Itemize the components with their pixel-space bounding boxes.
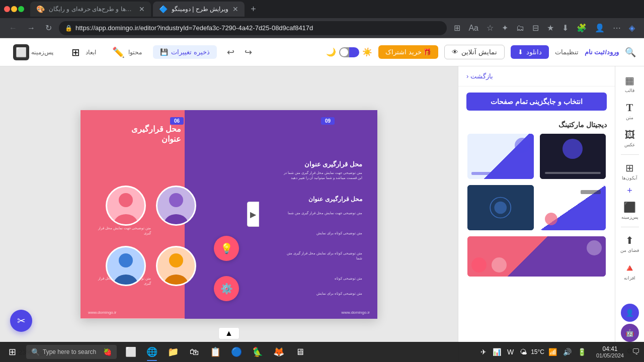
download-button[interactable]: ⬇ دانلود — [511, 45, 549, 59]
template-card-3[interactable] — [466, 184, 535, 231]
tab-templates[interactable]: 🎨 قالب‌ها و طرح‌های حرفه‌ای و رایگان ✕ — [30, 2, 151, 17]
telegram-tray-icon[interactable]: ✈ — [478, 347, 489, 357]
chrome-taskbar[interactable]: 🔵 — [226, 342, 247, 362]
reader-mode-icon[interactable]: Aa — [465, 22, 481, 35]
icon-sep-1 — [621, 154, 639, 155]
favorites-icon[interactable]: ☆ — [484, 21, 497, 35]
sidebar-item-text[interactable]: T متن — [617, 98, 643, 124]
network-icon[interactable]: 📶 — [546, 347, 559, 357]
template-card-4[interactable] — [539, 184, 607, 231]
templates-grid — [458, 133, 615, 286]
taskbar-search[interactable]: 🔍 Type here to search 🍓 — [26, 345, 117, 359]
weather-icon[interactable]: 🌤 — [518, 347, 529, 357]
collections-icon[interactable]: 🗂 — [513, 22, 527, 35]
address-input[interactable]: 🔒 https://app.domingo.ir/editor?industry… — [59, 21, 447, 35]
template-card-1[interactable] — [466, 133, 535, 180]
avatar-2 — [156, 186, 196, 226]
save-button[interactable]: 💾 ذخیره تغییرات — [153, 45, 217, 59]
preview-button[interactable]: 👁 نمایش آنلاین — [444, 45, 505, 59]
new-tab-button[interactable]: + — [247, 2, 260, 17]
excel-tray-icon[interactable]: 📊 — [491, 347, 503, 357]
content-icon: ✏️ — [110, 44, 126, 60]
favorites-bar-icon[interactable]: ★ — [544, 21, 557, 35]
canvas-tools: ⬜ پس‌زمینه ⊞ ابعاد ✏️ محتوا — [8, 41, 147, 63]
design-canvas[interactable]: 06 09 محل قرارگیریعنوان محل قرارگیری عنو… — [80, 110, 377, 319]
template-card-2[interactable] — [539, 133, 607, 180]
template-thumb-5 — [467, 236, 606, 277]
collapse-panel-arrow[interactable]: ▶ — [247, 202, 259, 227]
tab-editor[interactable]: 🔷 ویرایش طرح | دومینگو ✕ — [153, 2, 245, 17]
plugin-circle-1[interactable]: 👤 — [621, 304, 639, 322]
notepad-taskbar[interactable]: 📋 — [205, 342, 225, 362]
background-label: پس‌زمینه — [31, 49, 53, 56]
store-taskbar[interactable]: 🛍 — [184, 342, 204, 362]
scroll-up-arrow[interactable]: ▲ — [218, 327, 239, 339]
apply-all-button[interactable]: انتخاب و جایگزینی تمام صفحات — [466, 93, 607, 111]
header-search-icon[interactable]: 🔍 — [625, 47, 636, 58]
canvas-text-right: متن توضیحی جهت نمایش محل قرار گیری متن ش… — [282, 170, 362, 181]
main-layout: 06 09 محل قرارگیریعنوان محل قرارگیری عنو… — [0, 66, 644, 362]
svg-point-9 — [494, 202, 507, 214]
start-button[interactable]: ⊞ — [0, 342, 24, 362]
explorer-taskbar[interactable]: 📁 — [163, 342, 183, 362]
temp-label: 15°C — [531, 348, 544, 355]
sidebar-item-template[interactable]: ▦ قالب — [617, 70, 643, 97]
tab2-close[interactable]: ✕ — [232, 5, 238, 13]
battery-icon[interactable]: 🔋 — [576, 347, 588, 357]
tab1-close[interactable]: ✕ — [139, 5, 145, 13]
sidebar-item-plugins[interactable]: 🔺 افزانه — [617, 258, 643, 285]
parrot-taskbar[interactable]: 🦜 — [248, 342, 268, 362]
svg-point-6 — [169, 253, 183, 267]
minimize-btn[interactable] — [11, 6, 17, 12]
tab1-icon: 🎨 — [36, 5, 45, 13]
terminal-taskbar[interactable]: 🖥 — [290, 342, 310, 362]
sidebar-item-background[interactable]: ⬛ پس‌زمینه — [617, 197, 643, 224]
back-button-panel[interactable]: › بازگشت — [466, 72, 493, 80]
profile-icon[interactable]: 👤 — [592, 21, 608, 35]
eye-icon: 👁 — [452, 48, 458, 56]
forward-button[interactable]: → — [24, 22, 38, 35]
maximize-btn[interactable] — [18, 6, 24, 12]
back-button[interactable]: ← — [6, 22, 20, 35]
undo-button[interactable]: ↩ — [223, 45, 238, 60]
sidebar-item-elements[interactable]: ⊞ آیکون‌ها — [617, 158, 643, 185]
strawberry-icon: 🍓 — [103, 348, 112, 356]
bing-ai-icon[interactable]: ✦ — [499, 21, 511, 35]
close-btn[interactable] — [4, 6, 10, 12]
refresh-button[interactable]: ↻ — [42, 21, 55, 35]
sidebar-item-image[interactable]: 🖼 عکس — [617, 125, 643, 151]
extensions-icon[interactable]: 🧩 — [574, 21, 590, 35]
app-launcher-icon[interactable]: ⊞ — [451, 21, 463, 35]
plugin-circle-2[interactable]: 🤖 — [621, 324, 639, 342]
more-options-icon[interactable]: ⋯ — [610, 21, 624, 35]
taskview-button[interactable]: ⬜ — [121, 342, 141, 362]
canvas-subtitle-right: محل قرارگیری عنوان — [272, 196, 362, 203]
copilot-icon[interactable]: ◈ — [626, 21, 638, 35]
theme-toggle[interactable]: 🌙 ☀️ — [326, 47, 372, 57]
buy-button[interactable]: خرید اشتراک 🎁 — [378, 45, 438, 59]
split-view-icon[interactable]: ⊟ — [529, 21, 542, 35]
edge-taskbar[interactable]: 🌐 — [142, 342, 162, 362]
template-label: قالب — [625, 88, 634, 93]
firefox-taskbar[interactable]: 🦊 — [269, 342, 289, 362]
sound-icon[interactable]: 🔊 — [561, 347, 574, 357]
svg-point-7 — [164, 275, 188, 285]
taskbar-tray: ✈ 📊 W 🌤 15°C 📶 🔊 🔋 — [474, 347, 592, 357]
taskbar: ⊞ 🔍 Type here to search 🍓 ⬜ 🌐 📁 🛍 📋 — [0, 342, 644, 362]
toggle-switch[interactable] — [339, 47, 359, 57]
content-tool[interactable]: ✏️ محتوا — [105, 41, 147, 63]
template-card-5[interactable] — [466, 235, 607, 278]
login-button[interactable]: ورود/ثبت نام — [585, 48, 619, 56]
sidebar-item-upload[interactable]: ⬆ فضای من — [617, 230, 643, 257]
taskbar-clock[interactable]: 04:41 01/05/2024 — [592, 345, 628, 358]
add-icon[interactable]: + — [627, 186, 632, 196]
settings-button[interactable]: تنظیمات — [555, 48, 579, 56]
redo-button[interactable]: ↪ — [240, 45, 256, 60]
downloads-icon[interactable]: ⬇ — [559, 21, 572, 35]
avatar-1 — [106, 186, 146, 226]
plugin-fab[interactable]: ✂ — [10, 310, 32, 332]
background-tool[interactable]: ⬜ پس‌زمینه — [8, 41, 58, 63]
notification-button[interactable]: 🗨 — [628, 342, 644, 362]
word-tray-icon[interactable]: W — [505, 347, 516, 357]
shapes-tool[interactable]: ⊞ ابعاد — [62, 41, 101, 63]
